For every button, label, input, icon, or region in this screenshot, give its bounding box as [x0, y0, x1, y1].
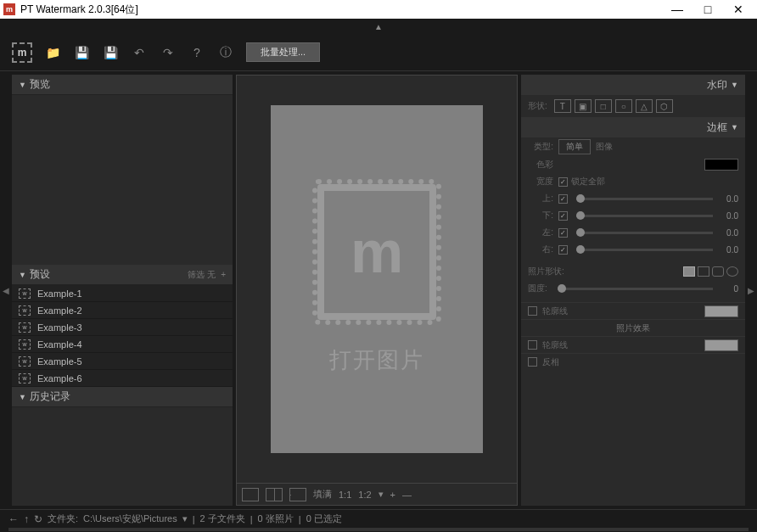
invert-row: 反相	[521, 353, 745, 370]
help-icon[interactable]: ?	[188, 44, 205, 61]
type-simple-button[interactable]: 简单	[558, 139, 591, 154]
fit-label[interactable]: 填满	[313, 488, 332, 501]
blur-color[interactable]	[704, 339, 738, 351]
collapse-left-arrow[interactable]: ◀	[0, 71, 12, 509]
corner-label: 照片形状:	[528, 266, 564, 277]
chevron-down-icon: ▼	[731, 81, 738, 89]
shape-rect-icon[interactable]: □	[595, 99, 612, 113]
folder-path[interactable]: C:\Users\安妮\Pictures	[83, 512, 177, 525]
outline-label: 轮廓线	[542, 305, 568, 317]
corner-circle-icon[interactable]	[726, 266, 738, 277]
preset-list: wExample-1 wExample-2 wExample-3 wExampl…	[12, 285, 233, 387]
outline-color[interactable]	[704, 305, 738, 317]
presets-label: 预设	[30, 267, 50, 282]
corner-round-icon[interactable]	[712, 266, 724, 277]
shape-circle-icon[interactable]: ○	[615, 99, 632, 113]
redo-icon[interactable]: ↷	[160, 44, 177, 61]
preview-label: 预览	[30, 77, 50, 92]
bottom-scrollbar[interactable]	[8, 528, 749, 531]
border-header[interactable]: 边框 ▼	[521, 117, 745, 137]
shape-text-icon[interactable]: T	[554, 99, 571, 113]
slider-thumb[interactable]	[576, 211, 585, 220]
lock-checkbox[interactable]	[558, 177, 568, 187]
presets-header[interactable]: ▼ 预设 筛选 无 +	[12, 265, 233, 285]
left-checkbox[interactable]	[558, 228, 568, 238]
zoom-1-1[interactable]: 1:1	[339, 490, 351, 500]
type-image-button[interactable]: 图像	[596, 141, 613, 153]
batch-button[interactable]: 批量处理...	[246, 42, 320, 62]
top-label: 上:	[528, 193, 553, 204]
blur-label: 轮廓线	[542, 339, 568, 351]
preview-header[interactable]: ▼ 预览	[12, 75, 233, 95]
center-panel: m 打开图片 填满 1:1 1:2 ▾ + —	[236, 75, 518, 506]
slider-thumb[interactable]	[576, 228, 585, 237]
top-checkbox[interactable]	[558, 194, 568, 204]
open-folder-icon[interactable]: 📁	[44, 44, 61, 61]
roundness-slider[interactable]	[558, 288, 713, 290]
right-slider[interactable]	[576, 249, 713, 251]
right-row: 右: 0.0	[521, 241, 745, 258]
zoom-dropdown-icon[interactable]: ▾	[378, 489, 384, 500]
view-single-icon[interactable]	[242, 488, 259, 501]
blur-checkbox[interactable]	[528, 340, 537, 350]
toolbar: m 📁 💾 💾 ↶ ↷ ? ⓘ 批量处理...	[0, 34, 757, 71]
save-as-icon[interactable]: 💾	[102, 44, 119, 61]
zoom-in-icon[interactable]: +	[390, 490, 395, 500]
corner-rect-icon[interactable]	[683, 266, 695, 277]
collapse-top-arrow[interactable]: ▲	[0, 19, 757, 34]
invert-checkbox[interactable]	[528, 357, 537, 367]
add-preset-icon[interactable]: +	[221, 270, 226, 279]
roundness-value: 0	[718, 284, 738, 294]
maximize-button[interactable]: □	[693, 0, 723, 19]
bottom-checkbox[interactable]	[558, 211, 568, 221]
left-slider[interactable]	[576, 232, 713, 234]
shape-triangle-icon[interactable]: △	[636, 99, 653, 113]
top-slider[interactable]	[576, 198, 713, 200]
logo-icon: m	[12, 42, 32, 63]
bottom-slider[interactable]	[576, 215, 713, 217]
right-checkbox[interactable]	[558, 245, 568, 255]
history-header[interactable]: ▼ 历史记录	[12, 387, 233, 407]
corner-square-icon[interactable]	[698, 266, 709, 277]
open-image-placeholder[interactable]: m 打开图片	[271, 105, 483, 453]
outline-checkbox[interactable]	[528, 306, 537, 316]
zoom-1-2[interactable]: 1:2	[358, 490, 371, 500]
chevron-down-icon: ▼	[731, 123, 738, 132]
preset-item[interactable]: wExample-3	[12, 319, 233, 336]
refresh-icon[interactable]: ↻	[34, 513, 42, 525]
info-icon[interactable]: ⓘ	[217, 44, 234, 61]
slider-thumb[interactable]	[576, 194, 585, 203]
save-icon[interactable]: 💾	[73, 44, 90, 61]
preset-item[interactable]: wExample-6	[12, 370, 233, 387]
minimize-button[interactable]: —	[662, 0, 693, 19]
preset-item[interactable]: wExample-2	[12, 302, 233, 319]
nav-up-icon[interactable]: ↑	[24, 513, 29, 525]
bottom-label: 下:	[528, 210, 553, 221]
folder-label: 文件夹:	[48, 512, 78, 525]
color-swatch[interactable]	[704, 159, 738, 171]
collapse-right-arrow[interactable]: ▶	[745, 71, 757, 509]
view-split-v-icon[interactable]	[266, 488, 283, 501]
path-dropdown-icon[interactable]: ▾	[182, 513, 188, 524]
slider-thumb[interactable]	[558, 284, 566, 293]
shape-hex-icon[interactable]: ⬡	[656, 99, 673, 113]
close-button[interactable]: ✕	[723, 0, 754, 19]
slider-thumb[interactable]	[576, 245, 585, 254]
zoom-out-icon[interactable]: —	[402, 490, 412, 500]
effects-label: 照片效果	[528, 322, 738, 334]
lock-label: 锁定全部	[571, 176, 605, 188]
nav-back-icon[interactable]: ←	[8, 513, 19, 525]
top-row: 上: 0.0	[521, 190, 745, 207]
statusbar: ← ↑ ↻ 文件夹: C:\Users\安妮\Pictures ▾ | 2 子文…	[0, 509, 757, 528]
type-label: 类型:	[528, 141, 553, 153]
view-split-h-icon[interactable]	[289, 488, 306, 501]
watermark-header[interactable]: 水印 ▼	[521, 75, 745, 95]
preset-item[interactable]: wExample-4	[12, 336, 233, 353]
preset-item[interactable]: wExample-5	[12, 353, 233, 370]
preset-item[interactable]: wExample-1	[12, 285, 233, 302]
shape-image-icon[interactable]: ▣	[575, 99, 592, 113]
effects-header: 照片效果	[521, 319, 745, 336]
presets-filter[interactable]: 筛选 无	[188, 269, 216, 281]
invert-label: 反相	[542, 356, 559, 368]
undo-icon[interactable]: ↶	[131, 44, 148, 61]
